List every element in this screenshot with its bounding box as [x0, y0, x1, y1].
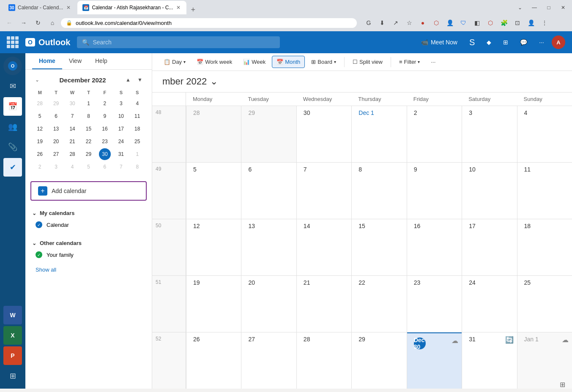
office-button[interactable]: ⊞ — [499, 36, 512, 48]
cal-cell-dec2[interactable]: 2 — [407, 106, 462, 162]
calendar-title-chevron[interactable]: ⌄ — [210, 76, 218, 87]
cal-cell-dec31[interactable]: 31 🔄 — [462, 332, 517, 389]
cal-cell-28-nov[interactable]: 28 — [186, 106, 241, 162]
filter-button[interactable]: ≡ Filter ▾ — [394, 56, 424, 68]
more-button[interactable]: ··· — [535, 36, 548, 48]
win-maximize[interactable]: □ — [543, 2, 554, 13]
mini-day-7[interactable]: 7 — [66, 110, 78, 122]
rail-item-calendar[interactable]: 📅 — [3, 97, 22, 116]
cal-cell-dec20[interactable]: 20 — [241, 276, 296, 332]
cal-cell-dec19[interactable]: 19 — [186, 276, 241, 332]
mini-cal-prev[interactable]: ▲ — [123, 75, 133, 85]
ext-opera[interactable]: ● — [417, 17, 429, 29]
rail-item-more-apps[interactable]: ⊞ — [3, 367, 22, 385]
mini-day-31[interactable]: 31 — [115, 148, 127, 160]
mini-day-28-2[interactable]: 28 — [66, 148, 78, 160]
mini-day-19[interactable]: 19 — [34, 136, 46, 147]
cal-cell-dec29[interactable]: 29 — [352, 332, 406, 389]
feedback-button[interactable]: 💬 — [516, 36, 531, 48]
cal-cell-dec26[interactable]: 26 — [186, 332, 241, 389]
ribbon-tab-home[interactable]: Home — [32, 53, 62, 69]
mini-day-5[interactable]: 5 — [34, 110, 46, 122]
my-calendars-header[interactable]: ⌄ My calendars — [32, 207, 145, 219]
view-week-button[interactable]: 📊 Week — [238, 56, 270, 68]
browser-tab-1[interactable]: 30 Calendar - Calend... ✕ — [3, 1, 77, 14]
mini-day-8[interactable]: 8 — [82, 110, 94, 122]
mini-day-jan2[interactable]: 2 — [34, 161, 46, 173]
add-calendar-button[interactable]: + Add calendar — [30, 181, 147, 201]
skype-button[interactable]: S — [465, 35, 479, 50]
new-tab-button[interactable]: + — [187, 5, 199, 14]
ext-more[interactable]: ⋮ — [539, 17, 550, 29]
mini-day-14[interactable]: 14 — [66, 123, 78, 135]
cal-cell-dec4[interactable]: 4 — [517, 106, 572, 162]
mini-day-jan8[interactable]: 8 — [131, 161, 143, 173]
ext-theme[interactable]: ◧ — [471, 17, 483, 29]
ext-avatar[interactable]: 👤 — [525, 17, 537, 29]
mini-day-23[interactable]: 23 — [99, 136, 111, 147]
mini-day-jan1[interactable]: 1 — [131, 148, 143, 160]
browser-tab-2[interactable]: 📅 Calendar - Atish Rajasekharan - C... ✕ — [77, 1, 186, 14]
mini-day-20[interactable]: 20 — [50, 136, 62, 147]
mini-day-4[interactable]: 4 — [131, 98, 143, 109]
cal-cell-dec21[interactable]: 21 — [297, 276, 351, 332]
view-board-button[interactable]: ⊞ Board ▾ — [307, 56, 341, 68]
rail-item-files[interactable]: 📎 — [3, 138, 22, 156]
rail-item-mail[interactable]: ✉ — [3, 77, 22, 95]
cal-cell-dec25[interactable]: 25 — [517, 276, 572, 332]
mini-day-17[interactable]: 17 — [115, 123, 127, 135]
cal-cell-dec17[interactable]: 17 — [462, 219, 517, 275]
cal-cell-dec5[interactable]: 5 — [186, 163, 241, 219]
cal-cell-dec15[interactable]: 15 — [352, 219, 406, 275]
mini-day-jan7[interactable]: 7 — [115, 161, 127, 173]
back-button[interactable]: ← — [3, 17, 15, 29]
user-avatar[interactable]: A — [552, 35, 565, 49]
ribbon-tab-help[interactable]: Help — [88, 53, 114, 69]
calendar-item-main[interactable]: Calendar — [32, 219, 145, 231]
mini-day-16[interactable]: 16 — [99, 123, 111, 135]
win-minimize[interactable]: — — [529, 2, 540, 13]
cal-cell-dec24[interactable]: 24 — [462, 276, 517, 332]
ext-puzzle[interactable]: 🧩 — [498, 17, 510, 29]
mini-day-21[interactable]: 21 — [66, 136, 78, 147]
cal-cell-dec6[interactable]: 6 — [241, 163, 296, 219]
mini-day-12[interactable]: 12 — [34, 123, 46, 135]
show-all-button[interactable]: Show all — [25, 264, 152, 275]
cal-cell-dec3[interactable]: 3 — [462, 106, 517, 162]
ext-user[interactable]: 👤 — [444, 17, 456, 29]
rail-item-people[interactable]: 👥 — [3, 117, 22, 136]
apps-grid-icon[interactable] — [7, 36, 19, 48]
mini-day-26[interactable]: 26 — [34, 148, 46, 160]
cal-cell-dec8[interactable]: 8 — [352, 163, 406, 219]
cal-cell-dec1[interactable]: Dec 1 — [352, 106, 406, 162]
ribbon-tab-view[interactable]: View — [62, 53, 88, 69]
refresh-button[interactable]: ↻ — [32, 17, 44, 29]
win-close[interactable]: ✕ — [558, 2, 569, 13]
ext-shield[interactable]: 🛡 — [457, 17, 469, 29]
ext-star[interactable]: ☆ — [403, 17, 415, 29]
cal-cell-29-nov[interactable]: 29 — [241, 106, 296, 162]
mini-day-29-1[interactable]: 29 — [50, 98, 62, 109]
ext-pocket[interactable]: ⬡ — [430, 17, 442, 29]
mini-day-30-today[interactable]: 30 — [99, 148, 111, 160]
calendar-item-family[interactable]: Your family — [32, 249, 145, 261]
ext-share[interactable]: ↗ — [390, 17, 402, 29]
mini-day-18[interactable]: 18 — [131, 123, 143, 135]
forward-button[interactable]: → — [18, 17, 30, 29]
mini-day-29-2[interactable]: 29 — [82, 148, 94, 160]
view-month-button[interactable]: 📅 Month — [272, 56, 305, 68]
cal-cell-30-nov[interactable]: 30 — [297, 106, 351, 162]
mini-day-2[interactable]: 2 — [99, 98, 111, 109]
mini-day-6[interactable]: 6 — [50, 110, 62, 122]
ext-g[interactable]: G — [363, 17, 375, 29]
mini-day-28-1[interactable]: 28 — [34, 98, 46, 109]
rail-item-word[interactable]: W — [3, 306, 22, 324]
mini-cal-collapse[interactable]: ⌄ — [32, 75, 42, 85]
cal-cell-dec14[interactable]: 14 — [297, 219, 351, 275]
cal-cell-dec16[interactable]: 16 — [407, 219, 462, 275]
mini-day-jan5[interactable]: 5 — [82, 161, 94, 173]
cal-cell-dec30-today[interactable]: Dec 30 ☁ — [407, 332, 462, 389]
mini-day-3[interactable]: 3 — [115, 98, 127, 109]
cal-cell-dec18[interactable]: 18 — [517, 219, 572, 275]
mini-cal-next[interactable]: ▼ — [135, 75, 145, 85]
